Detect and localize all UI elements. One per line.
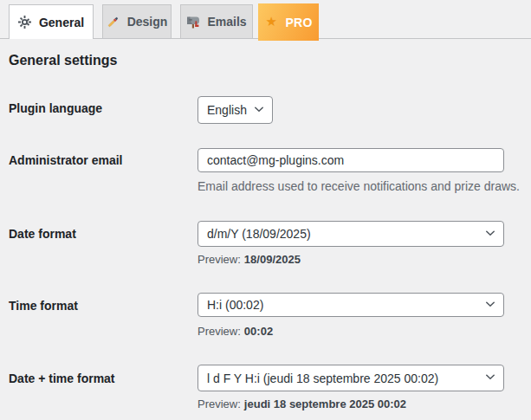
page-title: General settings [9,53,117,68]
gear-icon [18,16,32,29]
tab-label: General [39,16,84,29]
chevron-down-icon [484,371,496,385]
tab-label: Emails [207,15,246,29]
date-format-value: d/m/Y (18/09/2025) [207,227,311,241]
plugin-language-value: English [207,103,247,117]
tab-design[interactable]: Design [102,4,172,38]
datetime-format-label: Date + time format [9,372,115,385]
tab-label: PRO [285,16,312,29]
preview-value: 00:02 [244,325,273,338]
date-format-select[interactable]: d/m/Y (18/09/2025) [198,221,504,247]
plugin-language-label: Plugin language [9,101,102,115]
date-format-preview: Preview:18/09/2025 [198,253,301,266]
preview-label: Preview: [198,253,241,266]
tab-general[interactable]: General [9,4,94,39]
tab-emails[interactable]: Emails [180,4,253,38]
administrator-email-input[interactable] [198,148,504,172]
time-format-label: Time format [9,299,78,313]
tab-pro[interactable]: ★ PRO [258,3,319,41]
time-format-preview: Preview:00:02 [198,325,273,338]
mailbox-icon [186,15,200,29]
preview-value: 18/09/2025 [244,253,301,266]
brush-icon [107,15,120,29]
star-icon: ★ [264,16,278,29]
preview-value: jeudi 18 septembre 2025 00:02 [244,397,406,410]
datetime-format-preview: Preview:jeudi 18 septembre 2025 00:02 [198,397,406,410]
time-format-select[interactable]: H:i (00:02) [198,293,504,317]
time-format-value: H:i (00:02) [207,298,263,312]
administrator-email-help: Email address used to receive notificati… [198,179,520,193]
administrator-email-label: Administrator email [9,153,122,167]
date-format-label: Date format [9,227,76,241]
datetime-format-value: l d F Y H:i (jeudi 18 septembre 2025 00:… [207,372,438,385]
chevron-down-icon [484,227,496,242]
preview-label: Preview: [198,325,241,338]
chevron-down-icon [484,298,496,313]
preview-label: Preview: [198,397,241,410]
chevron-down-icon [253,103,265,118]
plugin-language-select[interactable]: English [198,96,273,124]
tab-label: Design [127,15,168,29]
datetime-format-select[interactable]: l d F Y H:i (jeudi 18 septembre 2025 00:… [198,365,504,391]
